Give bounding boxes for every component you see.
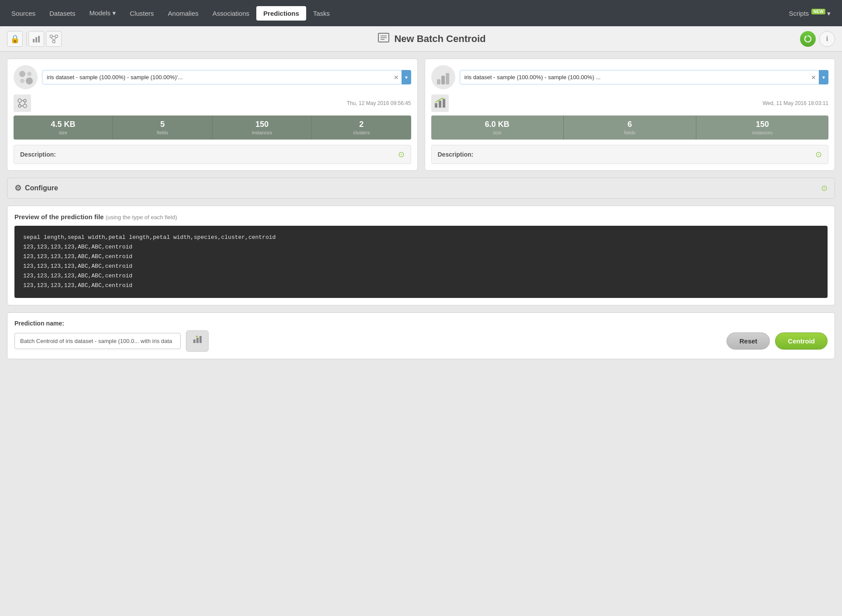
left-stat-size: 4.5 KB size xyxy=(14,116,113,140)
footer-section: Prediction name: Reset Centroid xyxy=(7,312,835,359)
svg-rect-33 xyxy=(199,336,202,343)
toolbar-title-icon xyxy=(377,32,390,46)
left-select-wrapper: ✕ ▾ xyxy=(42,70,411,84)
left-select-dropdown[interactable]: ▾ xyxy=(402,70,411,84)
svg-rect-26 xyxy=(441,76,445,84)
svg-rect-32 xyxy=(196,338,199,343)
left-stats-bar: 4.5 KB size 5 fields 150 instances 2 clu… xyxy=(14,116,411,140)
preview-section: Preview of the prediction file (using th… xyxy=(7,206,835,305)
svg-rect-29 xyxy=(439,101,441,108)
configure-label: Configure xyxy=(25,184,58,192)
right-description: Description: ⊙ xyxy=(431,145,829,164)
left-panel: ✕ ▾ Thu, 12 May 2016 09:56:45 4.5 KB siz… xyxy=(7,59,418,171)
svg-point-14 xyxy=(27,72,31,76)
nav-scripts[interactable]: Scripts NEW xyxy=(782,6,838,21)
nav-associations[interactable]: Associations xyxy=(206,6,256,21)
left-select-clear[interactable]: ✕ xyxy=(391,74,402,81)
svg-rect-1 xyxy=(35,37,37,42)
toolbar: 🔒 New Batch Centroid i xyxy=(0,26,842,52)
left-dataset-select[interactable] xyxy=(42,70,411,84)
nav-datasets[interactable]: Datasets xyxy=(42,6,82,21)
right-dataset-date: Wed, 11 May 2016 18:03:11 xyxy=(762,100,828,106)
right-select-dropdown[interactable]: ▾ xyxy=(819,70,828,84)
nav-models[interactable]: Models xyxy=(82,6,123,21)
right-chart-icon xyxy=(431,94,449,112)
new-badge: NEW xyxy=(811,9,825,14)
nav-anomalies[interactable]: Anomalies xyxy=(161,6,206,21)
right-panel: ✕ ▾ Wed, 11 May 2016 18:03:11 6.0 KB siz… xyxy=(425,59,835,171)
toolbar-title: New Batch Centroid xyxy=(63,32,800,46)
main-content: ✕ ▾ Thu, 12 May 2016 09:56:45 4.5 KB siz… xyxy=(0,52,842,366)
panels-row: ✕ ▾ Thu, 12 May 2016 09:56:45 4.5 KB siz… xyxy=(7,59,835,171)
left-stat-clusters: 2 clusters xyxy=(312,116,411,140)
svg-point-17 xyxy=(18,99,21,102)
configure-section: ⚙ Configure ⊙ xyxy=(7,178,835,199)
svg-point-18 xyxy=(24,99,26,102)
right-description-toggle[interactable]: ⊙ xyxy=(815,150,822,159)
nav-sources[interactable]: Sources xyxy=(4,6,42,21)
svg-line-6 xyxy=(51,38,54,40)
left-cluster-icon xyxy=(14,94,31,112)
svg-rect-25 xyxy=(437,79,440,84)
add-to-dashboard-button[interactable] xyxy=(186,330,209,352)
svg-rect-0 xyxy=(33,39,35,42)
preview-title: Preview of the prediction file (using th… xyxy=(14,213,828,220)
right-select-clear[interactable]: ✕ xyxy=(808,74,819,81)
prediction-name-label: Prediction name: xyxy=(14,320,828,327)
prediction-name-input[interactable] xyxy=(14,333,181,349)
svg-point-3 xyxy=(50,35,52,38)
footer-row: Reset Centroid xyxy=(14,330,828,352)
nav-tasks[interactable]: Tasks xyxy=(306,6,337,21)
left-panel-top: ✕ ▾ xyxy=(14,65,411,89)
chart-icon[interactable] xyxy=(28,31,44,47)
right-dataset-icon xyxy=(431,65,455,89)
svg-rect-28 xyxy=(435,103,437,108)
svg-rect-30 xyxy=(443,99,445,108)
left-dataset-date: Thu, 12 May 2016 09:56:45 xyxy=(347,100,411,106)
svg-point-4 xyxy=(55,35,58,38)
left-dataset-icon xyxy=(14,65,38,89)
info-button[interactable]: i xyxy=(819,31,835,47)
reset-button[interactable]: Reset xyxy=(727,332,770,350)
centroid-button[interactable]: Centroid xyxy=(775,332,828,350)
network-icon[interactable] xyxy=(46,31,62,47)
right-dataset-select[interactable] xyxy=(460,70,829,84)
left-description-toggle[interactable]: ⊙ xyxy=(398,150,405,159)
right-stat-size: 6.0 KB size xyxy=(431,116,564,140)
right-panel-top: ✕ ▾ xyxy=(431,65,829,89)
svg-point-5 xyxy=(52,40,55,43)
left-dataset-meta: Thu, 12 May 2016 09:56:45 xyxy=(14,94,411,112)
configure-toggle[interactable]: ⊙ xyxy=(821,183,828,193)
nav-clusters[interactable]: Clusters xyxy=(123,6,161,21)
left-description: Description: ⊙ xyxy=(14,145,411,164)
separator xyxy=(26,32,27,46)
left-stat-fields: 5 fields xyxy=(113,116,212,140)
svg-point-20 xyxy=(23,104,27,108)
left-stat-instances: 150 instances xyxy=(213,116,312,140)
svg-point-16 xyxy=(26,77,33,84)
svg-rect-27 xyxy=(446,73,449,84)
refresh-button[interactable] xyxy=(800,31,816,47)
right-stat-fields: 6 fields xyxy=(564,116,696,140)
svg-rect-2 xyxy=(38,36,40,42)
svg-point-15 xyxy=(20,79,24,83)
preview-code: sepal length,sepal width,petal length,pe… xyxy=(14,226,828,298)
lock-icon[interactable]: 🔒 xyxy=(7,31,23,47)
preview-subtitle: (using the type of each field) xyxy=(105,214,177,220)
svg-line-7 xyxy=(54,38,56,40)
svg-point-13 xyxy=(19,71,25,77)
navigation: Sources Datasets Models Clusters Anomali… xyxy=(0,0,842,26)
right-dataset-meta: Wed, 11 May 2016 18:03:11 xyxy=(431,94,829,112)
right-select-wrapper: ✕ ▾ xyxy=(460,70,829,84)
nav-predictions[interactable]: Predictions xyxy=(256,6,306,21)
toolbar-right: i xyxy=(800,31,835,47)
right-stats-bar: 6.0 KB size 6 fields 150 instances xyxy=(431,116,829,140)
configure-icon: ⚙ xyxy=(14,183,21,193)
svg-point-19 xyxy=(18,105,21,107)
right-stat-instances: 150 instances xyxy=(696,116,828,140)
svg-rect-31 xyxy=(193,340,196,343)
